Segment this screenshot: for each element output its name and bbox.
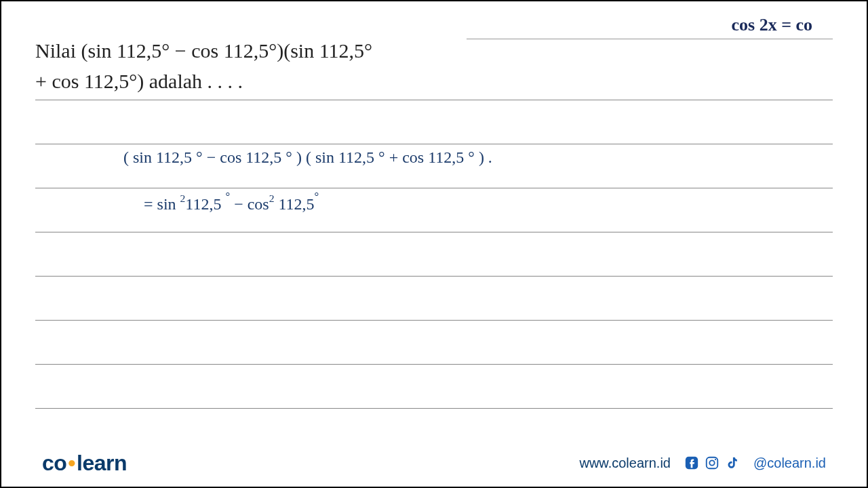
lined-paper: ( sin 112,5 ° − cos 112,5 ° ) ( sin 112,… — [35, 100, 833, 435]
logo-text-1: co — [42, 451, 66, 475]
ruled-line — [35, 100, 833, 144]
svg-point-2 — [709, 460, 714, 465]
website-url: www.colearn.id — [579, 455, 671, 471]
hw-text: − cos — [230, 195, 269, 213]
note-underline — [467, 39, 833, 39]
handwritten-step-2: = sin 2112,5 ° − cos2 112,5° — [144, 193, 319, 214]
logo-text-2: learn — [77, 451, 127, 475]
footer-right: www.colearn.id @colearn.id — [579, 455, 826, 471]
logo-dot: • — [66, 451, 77, 475]
tiktok-icon — [725, 455, 740, 470]
hw-degree: ° — [315, 190, 319, 203]
hw-text: = sin — [144, 195, 180, 213]
hw-text: 112,5 — [275, 195, 315, 213]
handwritten-step-1: ( sin 112,5 ° − cos 112,5 ° ) ( sin 112,… — [123, 148, 492, 167]
footer-bar: co•learn www.colearn.id @colearn.id — [1, 439, 867, 487]
facebook-icon — [684, 455, 699, 470]
formula-annotation: cos 2x = co — [731, 15, 812, 35]
problem-statement: Nilai (sin 112,5° − cos 112,5°)(sin 112,… — [35, 35, 524, 96]
ruled-line — [35, 320, 833, 364]
hw-text: 112,5 — [185, 195, 225, 213]
ruled-line — [35, 232, 833, 276]
content-area: cos 2x = co Nilai (sin 112,5° − cos 112,… — [1, 1, 867, 435]
hw-superscript: 2 — [269, 192, 275, 204]
brand-logo: co•learn — [42, 451, 127, 476]
social-handle: @colearn.id — [753, 455, 826, 471]
hw-degree: ° — [225, 190, 230, 203]
problem-line-1: Nilai (sin 112,5° − cos 112,5°)(sin 112,… — [35, 35, 524, 66]
problem-line-2: + cos 112,5°) adalah . . . . — [35, 66, 524, 96]
ruled-line — [35, 276, 833, 320]
social-icons-group — [684, 455, 740, 470]
instagram-icon — [705, 455, 719, 470]
svg-point-3 — [715, 459, 716, 460]
ruled-line — [35, 364, 833, 408]
hw-superscript: 2 — [180, 192, 186, 204]
